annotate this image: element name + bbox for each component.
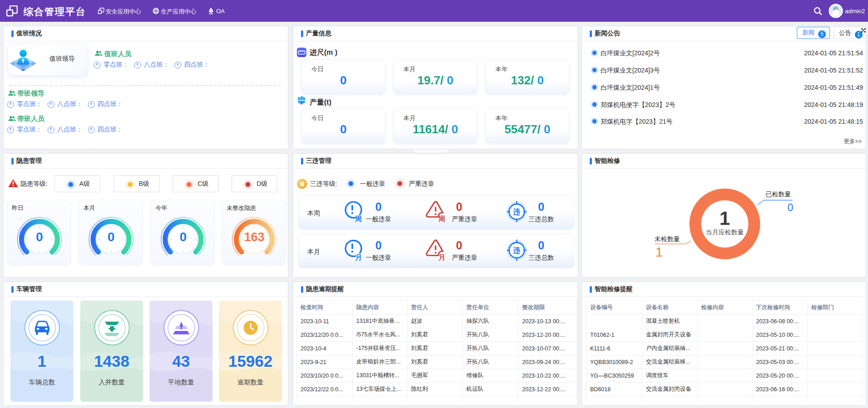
svg-text:违: 违: [513, 208, 520, 216]
svg-text:违: 违: [300, 182, 305, 187]
svg-text:周: 周: [438, 215, 446, 223]
svg-text:0: 0: [107, 230, 115, 244]
svg-text:163: 163: [244, 230, 264, 244]
svg-text:0: 0: [179, 230, 187, 244]
svg-text:0: 0: [36, 230, 43, 244]
svg-text:月: 月: [355, 253, 362, 261]
svg-text:周: 周: [355, 215, 362, 223]
svg-text:月: 月: [438, 253, 446, 261]
svg-text:违: 违: [513, 247, 520, 254]
